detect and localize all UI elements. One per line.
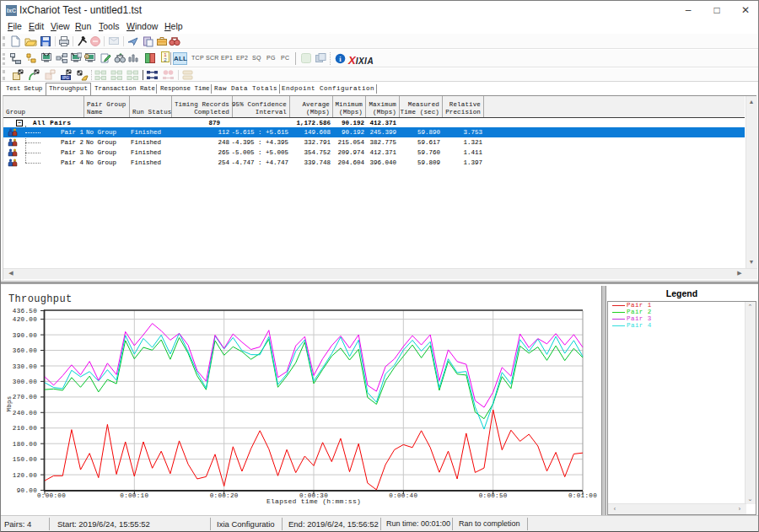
svg-text:Elapsed time (h:mm:ss): Elapsed time (h:mm:ss) [266,497,361,505]
svg-text:0:00:40: 0:00:40 [389,492,417,499]
svg-text:240.00: 240.00 [13,410,37,416]
svg-text:0:00:10: 0:00:10 [120,492,148,499]
svg-text:330.00: 330.00 [13,363,37,370]
svg-text:IPG: IPG [62,76,69,80]
svg-text:0:00:00: 0:00:00 [37,492,66,499]
svg-text:150.00: 150.00 [13,456,37,463]
svg-text:210.00: 210.00 [13,425,37,432]
svg-text:180.00: 180.00 [13,441,37,448]
svg-text:Mbps: Mbps [6,395,13,411]
svg-text:360.00: 360.00 [13,347,37,354]
svg-text:0:01:00: 0:01:00 [568,492,597,499]
svg-text:436.50: 436.50 [13,308,37,314]
svg-text:270.00: 270.00 [13,394,37,400]
svg-text:390.00: 390.00 [13,332,37,339]
svg-text:120.00: 120.00 [13,472,37,479]
svg-text:420.00: 420.00 [13,316,37,323]
svg-text:0:00:50: 0:00:50 [479,492,508,499]
svg-text:300.00: 300.00 [13,379,37,385]
svg-text:0:00:20: 0:00:20 [210,492,239,499]
svg-text:90.00: 90.00 [17,487,37,494]
